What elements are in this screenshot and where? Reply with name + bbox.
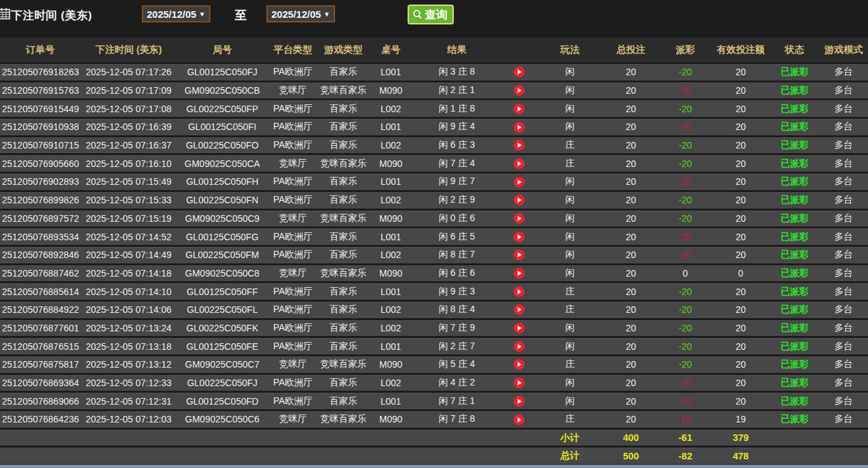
cell-game: 竞咪百家乐 [318,356,369,374]
cell-mode: 多台 [819,81,868,100]
cell-mode: 多台 [819,392,868,411]
replay-video-icon[interactable] [513,414,525,426]
date-from-value: 2025/12/05 [147,9,197,20]
cell-game: 百家乐 [318,118,369,137]
cell-round: GL00125C050FD [177,392,268,411]
cell-table-no: L001 [369,118,413,137]
cell-play: 庄 [537,300,603,319]
replay-video-icon[interactable] [513,139,525,151]
replay-video-icon[interactable] [513,286,525,298]
subtotal-row-bet: 400 [603,428,659,447]
date-from-select[interactable]: 2025/12/05 ▼ [142,5,210,22]
cell-platform: PA欧洲厅 [268,191,318,209]
cell-table-no: L002 [369,191,413,209]
cell-payout: 20 [659,118,712,137]
cell-valid: 20 [712,228,770,246]
replay-video-icon[interactable] [513,304,525,316]
replay-video-icon[interactable] [513,231,525,243]
cell-time: 2025-12-05 07:15:19 [80,209,177,228]
cell-valid: 20 [712,356,770,374]
cell-valid: 20 [712,136,770,154]
dropdown-arrow-icon: ▼ [199,11,206,18]
cell-status: 已派彩 [770,411,819,429]
cell-play: 闲 [537,81,603,100]
cell-result: 闲 6 庄 3 [413,136,501,154]
cell-result: 闲 7 庄 4 [413,154,501,173]
cell-table-no: M090 [369,411,413,429]
cell-table-no: L001 [369,173,413,191]
replay-video-icon[interactable] [513,84,525,96]
replay-video-icon[interactable] [513,267,525,279]
cell-bet: 20 [603,392,659,411]
cell-replay [501,337,537,356]
replay-video-icon[interactable] [513,249,525,261]
cell-valid: 0 [712,264,770,283]
cell-bet: 20 [603,228,659,246]
cell-play: 闲 [537,191,603,209]
cell-bet: 20 [603,136,659,154]
replay-video-icon[interactable] [513,66,525,78]
cell-payout: -20 [659,154,712,173]
table-row: 2512050768642362025-12-05 07:12:03GM0902… [0,411,868,429]
replay-video-icon[interactable] [513,176,525,188]
cell-valid: 20 [712,173,770,191]
cell-order: 251205076905660 [0,154,80,173]
table-row: 2512050768765152025-12-05 07:13:18GL0012… [0,337,868,356]
cell-replay [501,118,537,137]
replay-video-icon[interactable] [513,121,525,133]
cell-time: 2025-12-05 07:12:33 [80,374,177,392]
total-row-mode [819,447,868,464]
replay-video-icon[interactable] [513,213,525,224]
cell-order: 251205076918263 [0,63,80,82]
cell-valid: 20 [712,81,770,100]
cell-mode: 多台 [819,191,868,209]
column-header-status: 状态 [770,38,819,63]
query-button[interactable]: 查询 [408,5,454,24]
cell-result: 闲 3 庄 8 [413,63,501,82]
cell-bet: 20 [603,191,659,209]
table-row: 2512050768849222025-12-05 07:14:06GL0022… [0,300,868,319]
date-to-select[interactable]: 2025/12/05 ▼ [266,5,335,22]
cell-game: 百家乐 [318,337,369,356]
cell-order: 251205076910715 [0,136,80,154]
total-row-platform [268,447,318,464]
bottom-scrollbar-track[interactable] [0,464,868,468]
column-header-platform: 平台类型 [268,38,318,63]
replay-video-icon[interactable] [513,103,525,115]
cell-platform: PA欧洲厅 [268,300,318,319]
cell-table-no: L002 [369,246,413,264]
subtotal-row-payout: -61 [659,428,712,447]
cell-round: GL00125C050FG [177,228,268,246]
cell-result: 闲 8 庄 7 [413,246,501,264]
total-row-bet: 500 [603,447,659,464]
cell-play: 闲 [537,173,603,191]
table-row: 2512050768856142025-12-05 07:14:10GL0012… [0,283,868,301]
total-row-table-no [369,447,413,464]
cell-replay [501,246,537,264]
cell-table-no: L001 [369,228,413,246]
replay-video-icon[interactable] [513,377,525,389]
subtotal-row-mode [819,428,868,447]
replay-video-icon[interactable] [513,194,525,206]
cell-valid: 20 [712,100,770,118]
replay-video-icon[interactable] [513,395,525,407]
cell-result: 闲 9 庄 4 [413,118,501,137]
replay-video-icon[interactable] [513,158,525,170]
cell-game: 百家乐 [318,228,369,246]
cell-platform: PA欧洲厅 [268,173,318,191]
cell-replay [501,173,537,191]
replay-video-icon[interactable] [513,341,525,352]
cell-round: GL00125C050FJ [177,63,268,82]
total-row-status [770,447,819,464]
date-range-to-label: 至 [235,7,247,23]
column-header-mode: 游戏模式 [819,38,868,63]
subtotal-row-round [177,428,268,447]
subtotal-row-icon [501,428,537,447]
replay-video-icon[interactable] [513,322,525,334]
subtotal-row-platform [268,428,318,447]
cell-result: 闲 2 庄 1 [413,81,501,100]
cell-round: GM09025C050CA [177,154,268,173]
replay-video-icon[interactable] [513,358,525,370]
cell-replay [501,191,537,209]
table-row: 2512050768928462025-12-05 07:14:49GL0022… [0,246,868,264]
